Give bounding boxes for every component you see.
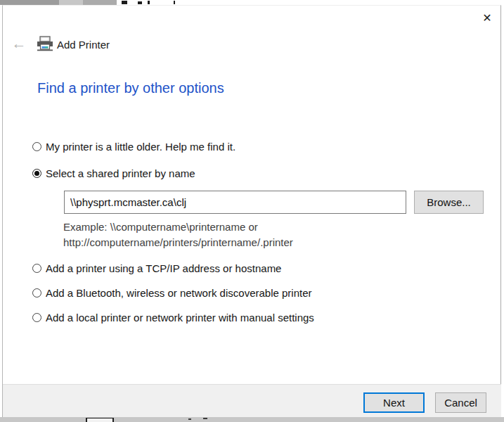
next-button[interactable]: Next [363, 392, 425, 413]
radio-unselected-icon[interactable] [32, 313, 41, 322]
radio-option-label[interactable]: Add a printer using a TCP/IP address or … [46, 262, 281, 274]
clipped-text-fragment [203, 418, 207, 419]
background-toolbar-segment [83, 0, 117, 5]
printer-icon [37, 36, 53, 51]
clipped-text-fragment [188, 418, 191, 420]
back-button[interactable]: ← [10, 35, 28, 52]
radio-option-shared-printer[interactable]: Select a shared printer by name [32, 167, 195, 179]
clipped-text-fragment [148, 1, 150, 4]
radio-unselected-icon[interactable] [32, 288, 41, 298]
radio-option-label[interactable]: My printer is a little older. Help me fi… [46, 141, 235, 153]
background-window-bottom-sliver [0, 417, 504, 422]
browse-button[interactable]: Browse... [414, 191, 484, 214]
radio-option-label[interactable]: Select a shared printer by name [46, 167, 195, 179]
radio-option-tcpip[interactable]: Add a printer using a TCP/IP address or … [32, 262, 281, 274]
background-button-fragment [86, 418, 114, 422]
radio-option-label[interactable]: Add a local printer or network printer w… [46, 312, 314, 324]
next-button-label: Next [383, 397, 405, 409]
close-button[interactable]: ✕ [478, 8, 496, 27]
clipped-text-fragment [122, 1, 127, 4]
background-toolbar-segment [59, 0, 83, 5]
radio-option-bluetooth[interactable]: Add a Bluetooth, wireless or network dis… [32, 287, 312, 299]
radio-unselected-icon[interactable] [32, 142, 41, 151]
radio-unselected-icon[interactable] [32, 264, 41, 273]
background-toolbar-segment [0, 0, 59, 5]
clipped-text-fragment [174, 1, 175, 4]
dialog-footer: Next Cancel [3, 384, 501, 417]
radio-option-local-manual[interactable]: Add a local printer or network printer w… [32, 312, 314, 324]
radio-option-older-printer[interactable]: My printer is a little older. Help me fi… [32, 141, 235, 153]
background-window-top-sliver [0, 0, 504, 5]
close-icon: ✕ [482, 11, 491, 25]
browse-button-label: Browse... [427, 196, 471, 208]
cancel-button[interactable]: Cancel [435, 392, 486, 413]
example-text-line2: http://computername/printers/printername… [63, 236, 293, 249]
back-arrow-icon: ← [12, 35, 27, 52]
clipped-text-fragment [138, 1, 142, 4]
dialog-title: Add Printer [57, 38, 110, 52]
example-text-line1: Example: \\computername\printername or [63, 221, 258, 234]
page-title: Find a printer by other options [37, 79, 224, 97]
radio-option-label[interactable]: Add a Bluetooth, wireless or network dis… [46, 287, 312, 299]
shared-printer-name-input[interactable] [64, 191, 406, 214]
cancel-button-label: Cancel [444, 397, 477, 409]
add-printer-dialog: ✕ ← Add Printer Find a printer by other … [2, 5, 501, 417]
radio-selected-icon[interactable] [32, 169, 41, 178]
